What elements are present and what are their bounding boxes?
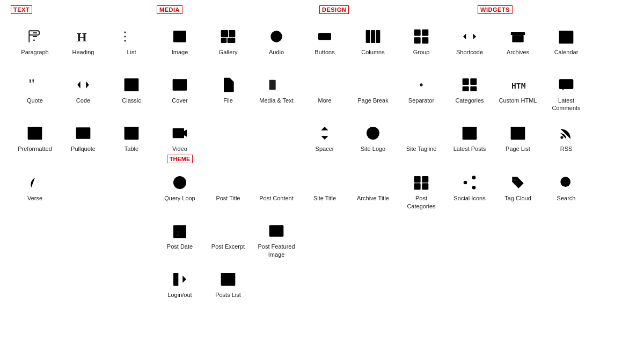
block-item-postcontent[interactable]: Post Content: [252, 168, 301, 216]
svg-rect-89: [463, 127, 477, 140]
more-icon: [316, 76, 333, 93]
block-item-rss[interactable]: RSS: [542, 118, 590, 168]
block-item-postexcerpt[interactable]: Post Excerpt: [204, 216, 252, 264]
block-item-mediatext[interactable]: Media & Text: [252, 70, 301, 118]
block-item-image[interactable]: Image: [156, 21, 204, 70]
block-item-code[interactable]: Code: [59, 70, 107, 118]
pagelist-icon: [509, 125, 526, 142]
comments-icon: [558, 76, 575, 93]
block-item-postfeaturedimage[interactable]: Post Featured Image: [252, 216, 301, 264]
block-item-calendar[interactable]: Calendar: [542, 21, 590, 70]
sitetitle-icon: [316, 174, 333, 191]
svg-rect-61: [470, 78, 477, 85]
block-item-more[interactable]: More: [301, 70, 349, 118]
block-label-quote: Quote: [27, 97, 43, 104]
block-row-4: 2Post DatePost ExcerptPost Featured Imag…: [11, 216, 633, 264]
block-label-comments: Latest Comments: [545, 97, 587, 112]
block-item-comments[interactable]: Latest Comments: [542, 70, 590, 118]
image-icon: [171, 28, 188, 45]
block-item-heading[interactable]: HHeading: [59, 21, 107, 70]
block-item-tagcloud[interactable]: Tag Cloud: [494, 168, 542, 216]
block-item-columns[interactable]: Columns: [349, 21, 397, 70]
block-item-postslist[interactable]: Posts List: [204, 264, 252, 313]
block-item-file[interactable]: File: [204, 70, 252, 118]
block-label-search: Search: [557, 194, 576, 202]
svg-point-118: [472, 186, 476, 190]
gallery-icon: [219, 28, 237, 45]
socialicons-icon: [461, 174, 478, 191]
block-item-sitetitle[interactable]: Site Title: [301, 168, 349, 216]
block-label-verse: Verse: [27, 194, 42, 202]
categories-icon: [461, 76, 478, 93]
group-icon: [413, 28, 430, 45]
block-item-archives[interactable]: Archives: [494, 21, 542, 70]
block-item-posttitle[interactable]: Post Title: [204, 168, 252, 216]
postcontent-icon: [268, 174, 285, 191]
tagcloud-icon: [509, 174, 526, 191]
block-item-sitetagline[interactable]: Site Tagline: [397, 118, 445, 168]
block-item-separator[interactable]: Separator: [397, 70, 445, 118]
svg-line-119: [467, 179, 472, 182]
block-item-list[interactable]: List: [107, 21, 156, 70]
svg-rect-28: [422, 37, 428, 43]
block-item-cover[interactable]: Cover: [156, 70, 204, 118]
block-label-tagcloud: Tag Cloud: [504, 194, 531, 202]
block-item-socialicons[interactable]: Social Icons: [445, 168, 494, 216]
pullquote-icon: [75, 125, 92, 142]
svg-rect-20: [321, 35, 324, 38]
block-item-categories[interactable]: Categories: [445, 70, 494, 118]
block-item-postcategories[interactable]: Post Categories: [397, 168, 445, 216]
block-label-postcontent: Post Content: [259, 194, 294, 202]
block-item-customhtml[interactable]: HTMLCustom HTML: [494, 70, 542, 118]
block-item-pagelist[interactable]: Page List: [494, 118, 542, 168]
block-item-latestposts[interactable]: Latest Posts: [445, 118, 494, 168]
block-item-postdate[interactable]: 2Post Date: [156, 216, 204, 264]
block-row-0: ParagraphHHeadingListImageGalleryAudioBu…: [11, 21, 633, 70]
svg-rect-65: [559, 79, 574, 89]
block-item-spacer[interactable]: Spacer: [301, 118, 349, 168]
pagebreak-icon: [364, 76, 382, 93]
block-label-posttitle: Post Title: [216, 194, 240, 202]
block-item-group[interactable]: Group: [397, 21, 445, 70]
block-label-buttons: Buttons: [314, 48, 334, 56]
block-item-classic[interactable]: Classic: [107, 70, 156, 118]
block-label-queryloop: Query Loop: [164, 194, 195, 202]
block-item-buttons[interactable]: Buttons: [301, 21, 349, 70]
posttitle-icon: [219, 174, 237, 191]
block-item-audio[interactable]: Audio: [252, 21, 301, 70]
block-item-quote[interactable]: "Quote: [11, 70, 59, 118]
section-text-label: TEXT: [11, 5, 32, 14]
svg-rect-62: [463, 86, 469, 91]
block-item-gallery[interactable]: Gallery: [204, 21, 252, 70]
svg-rect-27: [414, 37, 421, 43]
block-label-video: Video: [172, 145, 187, 153]
svg-point-117: [472, 176, 476, 180]
block-item-preformatted[interactable]: Preformatted: [11, 118, 59, 168]
block-item-table[interactable]: Table: [107, 118, 156, 168]
block-item-verse[interactable]: Verse: [11, 168, 59, 216]
block-label-calendar: Calendar: [554, 48, 579, 56]
svg-point-9: [124, 40, 126, 41]
block-label-image: Image: [172, 48, 188, 56]
block-label-sitelogo: Site Logo: [361, 145, 385, 153]
block-item-video[interactable]: VideoTHEME: [156, 118, 204, 168]
block-label-audio: Audio: [269, 48, 284, 56]
block-item-shortcode[interactable]: Shortcode: [445, 21, 494, 70]
block-item-queryloop[interactable]: Query Loop: [156, 168, 204, 216]
block-item-search[interactable]: Search: [542, 168, 590, 216]
block-label-shortcode: Shortcode: [456, 48, 483, 56]
block-item-pagebreak[interactable]: Page Break: [349, 70, 397, 118]
svg-rect-93: [511, 127, 525, 140]
classic-icon: [123, 76, 140, 93]
svg-point-97: [560, 136, 563, 139]
block-label-pagebreak: Page Break: [357, 97, 388, 104]
svg-point-122: [560, 177, 570, 187]
block-row-2: PreformattedPullquoteTableVideoTHEMESpac…: [11, 118, 633, 168]
block-item-sitelogo[interactable]: Site Logo: [349, 118, 397, 168]
sitetagline-icon: [413, 125, 430, 142]
svg-point-11: [176, 34, 178, 36]
block-item-loginout[interactable]: Login/out: [156, 264, 204, 313]
block-item-archivetitle[interactable]: Archive Title: [349, 168, 397, 216]
block-item-paragraph[interactable]: Paragraph: [11, 21, 59, 70]
block-item-pullquote[interactable]: Pullquote: [59, 118, 107, 168]
